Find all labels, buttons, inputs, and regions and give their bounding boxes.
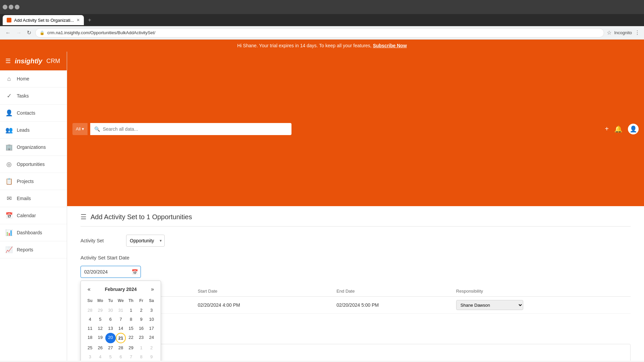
row-end-date: 02/20/2024 5:00 PM	[332, 297, 452, 314]
calendar-day[interactable]: 3	[146, 306, 157, 315]
calendar-day[interactable]: 26	[95, 343, 106, 352]
sidebar-item-projects[interactable]: 📋Projects	[0, 173, 67, 190]
user-avatar[interactable]: 👤	[628, 124, 639, 134]
calendar-day[interactable]: 27	[105, 343, 116, 352]
sidebar-item-reports[interactable]: 📈Reports	[0, 241, 67, 258]
calendar-icon: 📅	[5, 212, 13, 219]
next-month-btn[interactable]: »	[148, 285, 157, 294]
sidebar-label-reports: Reports	[17, 247, 33, 252]
row-start-date: 02/20/2024 4:00 PM	[194, 297, 314, 314]
calendar-toggle-btn[interactable]: 📅	[131, 269, 138, 275]
maximize-btn[interactable]	[9, 5, 13, 9]
calendar-popup: « February 2024 » SuMoTuWeThFrSa 2829303…	[80, 281, 161, 361]
calendar-day[interactable]: 9	[136, 315, 147, 324]
col-empty3	[313, 286, 332, 297]
calendar-day[interactable]: 10	[146, 315, 157, 324]
new-tab-btn[interactable]: +	[85, 16, 94, 24]
minimize-btn[interactable]	[3, 5, 7, 9]
calendar-day[interactable]: 1	[136, 343, 147, 352]
nav-actions: ☆ Incognito ⋮	[607, 29, 640, 36]
calendar-day[interactable]: 28	[85, 306, 95, 315]
calendar-day[interactable]: 19	[95, 333, 106, 343]
sidebar-label-home: Home	[17, 76, 29, 81]
calendar-day[interactable]: 31	[116, 306, 126, 315]
menu-btn[interactable]: ⋮	[635, 29, 640, 36]
sidebar-item-emails[interactable]: ✉Emails	[0, 190, 67, 207]
bookmark-btn[interactable]: ☆	[607, 29, 611, 36]
sidebar-item-organizations[interactable]: 🏢Organizations	[0, 139, 67, 156]
calendar-day[interactable]: 28	[116, 343, 126, 352]
sidebar-item-opportunities[interactable]: ◎Opportunities	[0, 156, 67, 173]
calendar-day[interactable]: 6	[116, 352, 126, 361]
address-bar[interactable]: 🔒 crm.na1.insightly.com/Opportunities/Bu…	[35, 28, 604, 38]
calendar-day[interactable]: 14	[116, 324, 126, 333]
calendar-day[interactable]: 11	[85, 324, 95, 333]
calendar-day[interactable]: 20	[105, 333, 116, 343]
calendar-day[interactable]: 7	[126, 352, 136, 361]
activity-set-select-wrapper[interactable]: OpportunityContactLeadProject ▾	[126, 235, 165, 247]
calendar-day[interactable]: 16	[136, 324, 147, 333]
info-title: ☰ What's An Activity Set?	[88, 351, 624, 357]
calendar-day[interactable]: 2	[146, 343, 157, 352]
calendar-day[interactable]: 12	[95, 324, 106, 333]
calendar-day[interactable]: 5	[95, 315, 106, 324]
sidebar-item-contacts[interactable]: 👤Contacts	[0, 105, 67, 122]
search-scope-btn[interactable]: All ▾	[72, 123, 88, 135]
sidebar-item-dashboards[interactable]: 📊Dashboards	[0, 224, 67, 241]
calendar-day[interactable]: 6	[105, 315, 116, 324]
tab-title: Add Activity Set to Organizati...	[14, 18, 74, 23]
sidebar-item-home[interactable]: ⌂Home	[0, 70, 67, 87]
calendar-day[interactable]: 24	[146, 333, 157, 343]
search-box[interactable]: 🔍	[90, 123, 291, 135]
calendar-day[interactable]: 9	[146, 352, 157, 361]
hamburger-icon[interactable]: ☰	[5, 57, 11, 65]
calendar-day[interactable]: 8	[126, 315, 136, 324]
sidebar-label-emails: Emails	[17, 196, 31, 201]
calendar-day[interactable]: 8	[136, 352, 147, 361]
forward-btn[interactable]: →	[15, 28, 23, 37]
responsibility-select[interactable]: Shane DawsonOther User	[456, 300, 523, 310]
calendar-day[interactable]: 2	[136, 306, 147, 315]
calendar-day[interactable]: 21	[116, 333, 126, 343]
active-tab[interactable]: Add Activity Set to Organizati... ✕	[3, 15, 84, 25]
calendar-day[interactable]: 29	[126, 343, 136, 352]
organizations-icon: 🏢	[5, 143, 13, 151]
calendar-day[interactable]: 4	[85, 315, 95, 324]
tab-close-btn[interactable]: ✕	[76, 18, 80, 22]
sidebar-header: ☰ insightly CRM	[0, 52, 67, 70]
calendar-day[interactable]: 29	[95, 306, 106, 315]
sidebar-label-leads: Leads	[17, 127, 30, 133]
search-input[interactable]	[103, 126, 287, 132]
sidebar-item-leads[interactable]: 👥Leads	[0, 122, 67, 139]
calendar-day[interactable]: 17	[146, 324, 157, 333]
calendar-day[interactable]: 30	[105, 306, 116, 315]
calendar-day[interactable]: 25	[85, 343, 95, 352]
calendar-day[interactable]: 23	[136, 333, 147, 343]
calendar-day[interactable]: 22	[126, 333, 136, 343]
calendar-day[interactable]: 7	[116, 315, 126, 324]
sidebar-item-calendar[interactable]: 📅Calendar	[0, 207, 67, 224]
activity-table: Due Start Date End Date Responsibility 0…	[80, 286, 631, 314]
calendar-day[interactable]: 3	[85, 352, 95, 361]
calendar-day[interactable]: 18	[85, 333, 95, 343]
calendar-day[interactable]: 1	[126, 306, 136, 315]
sidebar-item-tasks[interactable]: ✓Tasks	[0, 87, 67, 105]
projects-icon: 📋	[5, 178, 13, 185]
row-empty2	[175, 297, 194, 314]
back-btn[interactable]: ←	[4, 28, 12, 37]
add-btn[interactable]: +	[605, 125, 609, 133]
subscribe-link[interactable]: Subscribe Now	[373, 43, 407, 48]
calendar-day[interactable]: 15	[126, 324, 136, 333]
calendar-day[interactable]: 13	[105, 324, 116, 333]
profile-btn[interactable]: Incognito	[614, 30, 632, 35]
prev-month-btn[interactable]: «	[85, 285, 93, 294]
day-header-fr: Fr	[136, 297, 147, 304]
close-btn[interactable]	[15, 5, 19, 9]
calendar-day[interactable]: 4	[95, 352, 106, 361]
activity-set-select[interactable]: OpportunityContactLeadProject	[126, 235, 164, 246]
calendar-header: « February 2024 »	[85, 285, 157, 294]
reload-btn[interactable]: ↻	[25, 28, 33, 37]
calendar-day[interactable]: 5	[105, 352, 116, 361]
browser-nav: ← → ↻ 🔒 crm.na1.insightly.com/Opportunit…	[0, 26, 644, 40]
notifications-btn[interactable]: 🔔	[614, 125, 623, 133]
